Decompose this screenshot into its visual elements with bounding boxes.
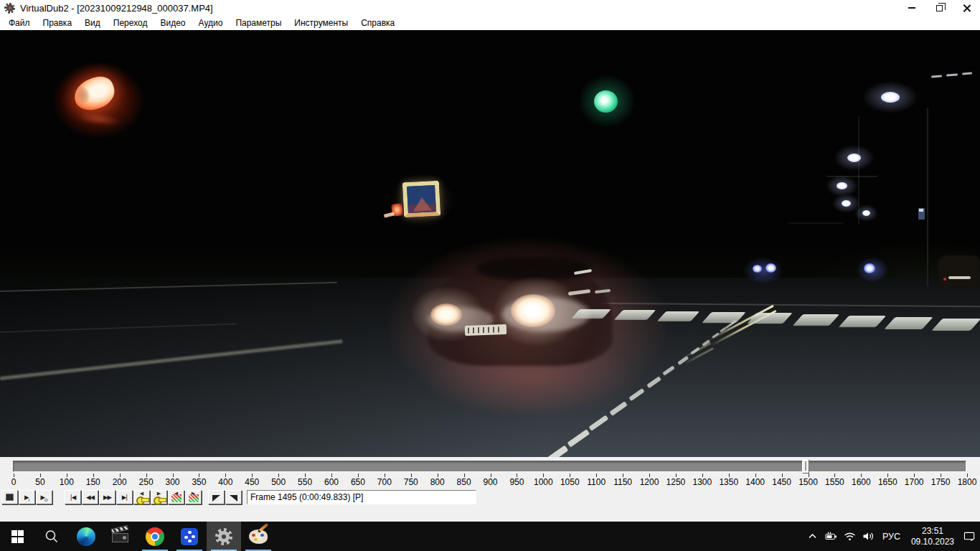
mark-in-button[interactable] [208, 490, 225, 504]
tray-volume[interactable] [862, 531, 875, 542]
taskbar-blue-grid-app[interactable] [172, 522, 207, 551]
frame-status-field: Frame 1495 (0:00:49.833) [P] [247, 490, 476, 504]
close-icon [963, 4, 971, 12]
sign-small-light [384, 212, 395, 217]
tick-label: 1600 [847, 477, 875, 487]
tray-date: 09.10.2023 [911, 537, 954, 547]
menu-item-1[interactable]: Правка [37, 17, 79, 29]
license-plate [465, 324, 507, 336]
parked-car-taillight [943, 278, 946, 281]
windows-logo-icon [11, 530, 24, 542]
menu-item-2[interactable]: Вид [78, 17, 107, 29]
tick-label: 1100 [582, 477, 611, 487]
tick-label: 900 [476, 477, 505, 487]
timeline: 0501001502002503003504004505005506006507… [0, 457, 980, 489]
battery-icon [825, 531, 837, 542]
mark-out-button[interactable] [225, 490, 242, 504]
distant-headlight [864, 263, 875, 273]
tick-label: 1400 [741, 477, 770, 487]
language-indicator[interactable]: РУС [881, 532, 902, 542]
mark-out-icon [230, 495, 237, 501]
stop-button[interactable] [1, 490, 18, 504]
tray-wifi[interactable] [844, 531, 856, 542]
scene-forward-button[interactable]: ▶ [185, 490, 202, 504]
tick-label: 400 [211, 477, 240, 487]
tray-chevron-up[interactable] [806, 531, 819, 542]
clock[interactable]: 23:51 09.10.2023 [908, 526, 957, 547]
go-to-end-icon: ▶| [122, 494, 127, 501]
taskbar-edge[interactable] [69, 522, 103, 551]
menu-item-5[interactable]: Аудио [192, 17, 230, 29]
restore-icon [936, 5, 943, 11]
tick-label: 150 [79, 477, 108, 487]
scene-reverse-button[interactable]: ◀ [168, 490, 184, 504]
taskbar-paint[interactable] [241, 522, 275, 551]
tick-label: 0 [0, 477, 28, 487]
tick-label: 1800 [953, 477, 980, 487]
tick-label: 550 [291, 477, 319, 487]
stop-icon [6, 494, 14, 501]
roadside-sign [918, 208, 925, 220]
action-center-button[interactable] [963, 531, 976, 542]
tick-label: 1350 [715, 477, 743, 487]
tick-label: 450 [237, 477, 266, 487]
taskbar-virtualdub[interactable] [207, 522, 241, 551]
tick-label: 500 [264, 477, 293, 487]
minimize-icon [908, 7, 915, 9]
tray-battery[interactable] [825, 531, 837, 542]
play-output-button[interactable]: ▶O [36, 490, 52, 504]
search-button[interactable] [34, 522, 69, 551]
street-light [881, 92, 900, 103]
restore-button[interactable] [925, 0, 953, 16]
distant-car-glow [743, 257, 783, 284]
tick-label: 1150 [608, 477, 637, 487]
tick-label: 700 [370, 477, 399, 487]
blue-grid-app-icon [181, 528, 198, 545]
key-icon [154, 496, 165, 502]
play-output-sub: O [44, 498, 48, 502]
tick-label: 1200 [635, 477, 664, 487]
power-line-highlight [946, 73, 958, 76]
menu-item-6[interactable]: Параметры [229, 17, 288, 29]
tick-label: 750 [397, 477, 425, 487]
virtualdub-gear-icon [215, 528, 232, 545]
mark-in-icon [212, 495, 220, 501]
distant-headlight [753, 265, 762, 273]
key-previous-button[interactable]: ◀ [133, 490, 150, 504]
start-button[interactable] [0, 522, 34, 551]
seek-thumb[interactable] [802, 459, 809, 474]
menu-item-0[interactable]: Файл [2, 17, 37, 29]
key-next-button[interactable]: ▶ [151, 490, 167, 504]
tick-label: 1650 [873, 477, 902, 487]
go-to-start-button[interactable]: |◀ [65, 490, 81, 504]
tray-time: 23:51 [922, 526, 943, 536]
menu-item-8[interactable]: Справка [354, 17, 401, 29]
system-tray: РУС 23:51 09.10.2023 [806, 522, 980, 551]
virtualdub-gear-icon [4, 3, 15, 14]
menu-item-4[interactable]: Видео [154, 17, 192, 29]
frame-forward-button[interactable]: ▶▶ [99, 490, 116, 504]
palette-icon [249, 529, 268, 544]
close-button[interactable] [953, 0, 980, 16]
tick-label: 1450 [768, 477, 796, 487]
seek-bar[interactable] [13, 461, 966, 472]
taskbar-video-editor[interactable] [103, 522, 138, 551]
wifi-icon [844, 531, 856, 542]
frame-back-button[interactable]: ◀◀ [82, 490, 98, 504]
taskbar-chrome[interactable] [138, 522, 172, 551]
power-line-highlight [962, 72, 972, 75]
taskbar: РУС 23:51 09.10.2023 [0, 522, 980, 551]
play-input-button[interactable]: ▶I [19, 490, 35, 504]
transport-controls: ▶I ▶O |◀ ◀◀ ▶▶ ▶| ◀ ▶ ◀ ▶ Frame 1495 (0:… [0, 489, 980, 506]
street-light [847, 154, 861, 162]
go-to-end-button[interactable]: ▶| [116, 490, 133, 504]
tick-label: 650 [344, 477, 372, 487]
parked-car [938, 255, 980, 288]
tick-label: 250 [132, 477, 161, 487]
brush-icon [258, 523, 269, 533]
minimize-button[interactable] [898, 0, 925, 16]
window-title: VirtualDub2 - [20231009212948_000037.MP4… [20, 3, 213, 14]
tick-label: 350 [184, 477, 213, 487]
menu-item-3[interactable]: Переход [107, 17, 154, 29]
menu-item-7[interactable]: Инструменты [288, 17, 354, 29]
